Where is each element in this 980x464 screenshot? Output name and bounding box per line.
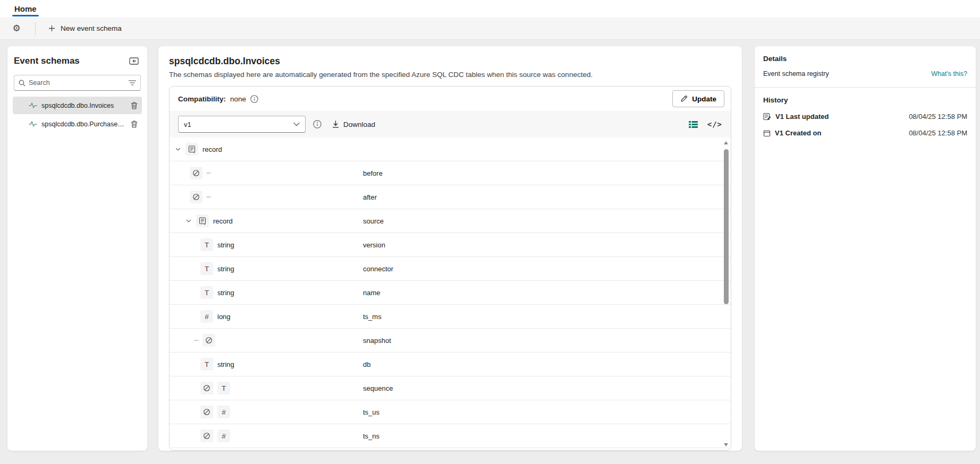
delete-schema-icon[interactable] bbox=[131, 121, 138, 128]
chevron-down-icon[interactable] bbox=[185, 218, 192, 224]
tab-home-label: Home bbox=[14, 4, 37, 13]
text-type-icon: T bbox=[217, 382, 230, 394]
field-name: after bbox=[363, 193, 377, 201]
record-type-icon bbox=[196, 214, 209, 227]
collapse-panel-button[interactable] bbox=[127, 55, 141, 67]
text-type-icon: T bbox=[200, 238, 213, 251]
settings-button[interactable]: ⚙ bbox=[7, 20, 26, 37]
union-dash bbox=[206, 196, 211, 197]
filter-icon[interactable] bbox=[129, 80, 136, 86]
schema-row-db[interactable]: T string db bbox=[170, 353, 731, 376]
field-name: snapshot bbox=[363, 337, 391, 345]
text-type-icon: T bbox=[200, 286, 213, 299]
schema-row-before[interactable]: before bbox=[170, 161, 731, 185]
field-name: ts_ms bbox=[363, 313, 382, 321]
record-type-icon bbox=[185, 143, 198, 156]
event-schemas-panel: Event schemas spsqlcdcdb.dbo.Invoices bbox=[7, 46, 147, 451]
field-name: version bbox=[363, 241, 385, 249]
history-row-last-updated: V1 Last updated 08/04/25 12:58 PM bbox=[763, 113, 967, 121]
field-name: ts_us bbox=[363, 408, 379, 416]
field-name: sequence bbox=[363, 384, 393, 392]
type-label: string bbox=[217, 241, 234, 249]
text-type-icon: T bbox=[200, 262, 213, 275]
tab-home-active-underline bbox=[12, 15, 39, 16]
download-button[interactable]: Download bbox=[329, 118, 378, 131]
version-toolbar: v1 Download bbox=[170, 111, 731, 138]
toolbar-divider bbox=[35, 22, 36, 35]
union-dash bbox=[206, 173, 211, 174]
null-type-icon bbox=[190, 167, 202, 179]
delete-schema-icon[interactable] bbox=[131, 102, 138, 109]
null-type-icon bbox=[202, 334, 215, 347]
number-type-icon: # bbox=[217, 406, 230, 418]
info-icon[interactable] bbox=[250, 95, 258, 103]
schema-row-source[interactable]: record source bbox=[170, 209, 731, 233]
download-icon bbox=[332, 121, 339, 128]
type-label: long bbox=[217, 313, 231, 321]
history-label: V1 Last updated bbox=[775, 113, 829, 121]
history-row-created-on: V1 Created on 08/04/25 12:58 PM bbox=[763, 129, 967, 137]
tab-bar: Home bbox=[0, 0, 980, 18]
text-type-icon: T bbox=[200, 358, 213, 371]
schema-row-after[interactable]: after bbox=[170, 185, 731, 209]
field-name: before bbox=[363, 169, 383, 177]
schema-row-snapshot[interactable]: snapshot bbox=[170, 329, 731, 353]
type-label: record bbox=[213, 217, 233, 225]
whats-this-link[interactable]: What's this? bbox=[931, 70, 967, 78]
version-select-value: v1 bbox=[184, 121, 293, 128]
calendar-icon bbox=[763, 130, 771, 137]
schema-row-record[interactable]: record bbox=[170, 138, 731, 161]
schema-row-connector[interactable]: T string connector bbox=[170, 257, 731, 281]
version-select[interactable]: v1 bbox=[178, 116, 306, 133]
search-input[interactable] bbox=[29, 79, 125, 87]
sidebar-item-label: spsqlcdcdb.dbo.Invoices bbox=[41, 102, 126, 109]
null-type-icon bbox=[190, 191, 202, 203]
sidebar-item-purchaseorders[interactable]: spsqlcdcdb.dbo.PurchaseOrders bbox=[13, 115, 142, 133]
field-name: ts_ns bbox=[363, 432, 379, 440]
plus-icon bbox=[48, 25, 55, 32]
history-label: V1 Created on bbox=[775, 129, 821, 137]
schema-row-name[interactable]: T string name bbox=[170, 281, 731, 305]
details-panel: Details Event schema registry What's thi… bbox=[755, 46, 976, 451]
note-edit-icon bbox=[763, 113, 771, 121]
collapse-left-icon bbox=[129, 57, 139, 65]
schema-row-ts-us[interactable]: # ts_us bbox=[170, 400, 731, 424]
table-view-icon[interactable] bbox=[689, 121, 698, 128]
field-name: name bbox=[363, 289, 381, 297]
ribbon-toolbar: ⚙ New event schema bbox=[0, 18, 980, 40]
type-label: record bbox=[202, 145, 222, 153]
page-subtitle: The schemas displayed here are automatic… bbox=[169, 71, 731, 79]
type-label: string bbox=[217, 289, 234, 297]
sidebar-item-invoices[interactable]: spsqlcdcdb.dbo.Invoices bbox=[13, 97, 142, 114]
null-type-icon bbox=[200, 406, 213, 418]
schema-row-ts-ns[interactable]: # ts_ns bbox=[170, 424, 731, 448]
code-view-icon[interactable]: </> bbox=[707, 120, 722, 128]
history-timestamp: 08/04/25 12:58 PM bbox=[909, 113, 967, 121]
schema-row-version[interactable]: T string version bbox=[170, 233, 731, 257]
version-info-icon[interactable] bbox=[313, 120, 322, 128]
event-schemas-title: Event schemas bbox=[14, 56, 80, 66]
schema-row-ts-ms[interactable]: # long ts_ms bbox=[170, 305, 731, 329]
null-type-icon bbox=[200, 429, 213, 442]
union-dash bbox=[194, 340, 199, 341]
compatibility-value: none bbox=[230, 95, 246, 103]
gear-icon: ⚙ bbox=[12, 24, 20, 33]
details-title: Details bbox=[763, 46, 967, 63]
scrollbar-thumb[interactable] bbox=[724, 149, 729, 304]
download-label: Download bbox=[343, 121, 375, 128]
schema-row-sequence[interactable]: T sequence bbox=[170, 376, 731, 400]
event-stream-icon bbox=[29, 102, 37, 109]
pencil-icon bbox=[680, 95, 688, 102]
page-title: spsqlcdcdb.dbo.Invoices bbox=[169, 56, 731, 67]
chevron-down-icon bbox=[293, 122, 300, 126]
scroll-up-arrow[interactable] bbox=[724, 141, 728, 144]
new-event-schema-button[interactable]: New event schema bbox=[42, 20, 128, 37]
tab-home[interactable]: Home bbox=[13, 1, 38, 18]
schema-table: record before after bbox=[170, 138, 731, 450]
new-event-schema-label: New event schema bbox=[61, 24, 122, 32]
schema-search-box[interactable] bbox=[14, 75, 141, 91]
chevron-down-icon[interactable] bbox=[175, 146, 181, 152]
update-button[interactable]: Update bbox=[672, 90, 724, 107]
vertical-scrollbar[interactable] bbox=[722, 138, 730, 450]
scroll-down-arrow[interactable] bbox=[724, 443, 728, 446]
